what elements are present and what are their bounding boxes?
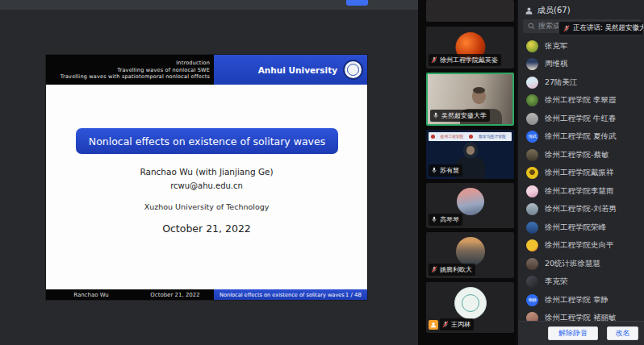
slide-university-banner: Anhui University: [214, 55, 367, 85]
banner-right-text: 数学与统计学院: [479, 134, 506, 139]
nav-line: Travelling waves of nonlocal SWE: [46, 67, 210, 74]
video-filmstrip: 徐州工程学院戴英姿 吴然超安徽大学 徐州工程学院 数学与统计学院: [418, 0, 516, 345]
video-tile[interactable]: 徐州工程学院 数学与统计学院 苏有慧: [426, 130, 514, 179]
speaking-toast-text: 正在讲话: 吴然超安徽大学:: [573, 23, 644, 33]
member-row[interactable]: 传武徐州工程学院 夏传武: [518, 128, 644, 147]
member-row[interactable]: 周维棋: [518, 56, 644, 74]
member-row[interactable]: 徐州工程学院-刘若男: [518, 201, 644, 219]
participant-label-row: 王丙林: [429, 318, 474, 330]
members-panel-header: 成员(67): [518, 0, 644, 16]
members-panel-footer: 解除静音 改名: [518, 321, 644, 345]
nav-line: Introduction: [46, 60, 210, 67]
member-name: 徐州工程学院 牛红春: [545, 114, 617, 124]
footer-title: Nonlocal effects on existence of solitar…: [220, 292, 345, 298]
member-row[interactable]: 李克荣: [518, 273, 644, 292]
participant-name-label: 王丙林: [440, 318, 474, 330]
member-row[interactable]: 徐州工程学院李慧雨: [518, 182, 644, 201]
member-name: 徐州工程学院戴振祥: [545, 168, 614, 178]
participant-name-label: 苏有慧: [429, 164, 462, 177]
participant-name: 徐州工程学院戴英姿: [440, 56, 498, 64]
participant-name: 吴然超安徽大学: [441, 111, 487, 120]
member-name: 周维棋: [545, 59, 568, 69]
university-name: Anhui University: [258, 65, 337, 75]
slide-footer: Ranchao Wu October 21, 2022 Nonlocal eff…: [46, 289, 367, 300]
video-tile[interactable]: 王丙林: [426, 282, 514, 333]
member-name: 27陆美江: [545, 77, 578, 88]
host-badge-icon: [429, 320, 438, 330]
participant-avatar: [457, 188, 484, 215]
slide-body: Nonlocal effects on existence of solitar…: [46, 85, 367, 289]
unmute-button[interactable]: 解除静音: [548, 326, 598, 340]
member-row[interactable]: 徐州工程学院-蔡敏: [518, 146, 644, 164]
member-name: 徐州工程学院 李翠霞: [545, 95, 617, 106]
video-tile[interactable]: 姚腾利欧大: [426, 232, 514, 278]
member-row[interactable]: 27陆美江: [518, 73, 644, 92]
member-row[interactable]: 章静徐州工程学院 章静: [518, 291, 644, 310]
meeting-window: Introduction Travelling waves of nonloca…: [0, 0, 644, 345]
screen-share-area: Introduction Travelling waves of nonloca…: [0, 0, 418, 345]
mic-on-icon: [431, 167, 437, 174]
slide-header: Introduction Travelling waves of nonloca…: [46, 55, 367, 85]
nav-line: Travelling waves with spatiotemporal non…: [46, 73, 210, 81]
member-row[interactable]: 徐州工程学院荣峰: [518, 218, 644, 237]
member-avatar: [526, 276, 538, 288]
member-name: 徐州工程学院荣峰: [545, 222, 606, 233]
member-name: 李克荣: [545, 276, 568, 287]
member-avatar: [526, 239, 538, 251]
member-row[interactable]: 徐州工程学院 牛红春: [518, 110, 644, 128]
participant-name-label: 高琴琴: [429, 214, 462, 226]
member-avatar: [526, 77, 538, 89]
member-avatar: [526, 40, 538, 52]
participant-avatar: [456, 237, 485, 266]
member-avatar: [526, 149, 538, 161]
mic-muted-icon: [431, 56, 437, 64]
member-avatar: [526, 203, 538, 215]
member-row[interactable]: 20统计班徐慧慧: [518, 255, 644, 273]
mic-on-icon: [431, 216, 437, 223]
speaker-head: [472, 88, 486, 104]
member-avatar: 传武: [526, 131, 538, 143]
slide-nav-outline: Introduction Travelling waves of nonloca…: [46, 55, 214, 85]
participant-name-label: 吴然超安徽大学: [430, 110, 490, 122]
member-row[interactable]: 张克军: [518, 37, 644, 56]
video-tile-partial[interactable]: [426, 0, 514, 22]
member-avatar: [526, 185, 538, 197]
member-list[interactable]: 张克军 周维棋 27陆美江 徐州工程学院 李翠霞 徐州工程学院 牛红春 传武徐州…: [518, 37, 644, 327]
mic-on-icon: [433, 112, 439, 119]
member-avatar: [526, 113, 538, 125]
member-avatar: [526, 222, 538, 234]
university-logo-icon: [343, 60, 363, 80]
video-tile-active-speaker[interactable]: 吴然超安徽大学: [426, 73, 514, 126]
footer-author: Ranchao Wu: [46, 292, 136, 298]
member-avatar: [526, 258, 538, 270]
slide-author: Ranchao Wu (with Jianjiang Ge): [46, 167, 367, 177]
member-name: 徐州工程学院 章静: [545, 295, 608, 306]
members-panel-title: 成员(67): [537, 5, 571, 16]
member-row[interactable]: 徐州工程学院 李翠霞: [518, 92, 644, 110]
member-avatar: [526, 94, 538, 106]
member-name: 张克军: [545, 41, 568, 52]
participant-name: 苏有慧: [440, 166, 459, 175]
participant-name: 姚腾利欧大: [440, 265, 472, 274]
rename-button[interactable]: 改名: [607, 326, 638, 340]
participant-name: 高琴琴: [440, 215, 459, 224]
member-name: 徐州工程学院李慧雨: [545, 186, 614, 197]
member-name: 徐州工程学院-刘若男: [545, 204, 617, 214]
footer-date: October 21, 2022: [136, 292, 214, 298]
member-name: 20统计班徐慧慧: [545, 259, 600, 269]
video-tile[interactable]: 高琴琴: [426, 183, 514, 228]
member-avatar: [526, 58, 538, 70]
mic-muted-icon: [563, 25, 570, 32]
cropped-toolbar-badge[interactable]: [346, 0, 368, 6]
slide-footer-right: Nonlocal effects on existence of solitar…: [214, 289, 367, 300]
member-avatar: 章静: [526, 294, 538, 306]
member-row[interactable]: 徐州工程学院戴振祥: [518, 164, 644, 183]
member-avatar: [526, 167, 538, 179]
video-tile[interactable]: 徐州工程学院戴英姿: [426, 27, 514, 69]
slide-affiliation: Xuzhou University of Technology: [46, 202, 367, 211]
slide-title-box: Nonlocal effects on existence of solitar…: [76, 128, 338, 154]
mic-muted-icon: [442, 321, 449, 328]
search-icon: [528, 23, 535, 30]
member-row[interactable]: 徐州工程学院史向平: [518, 237, 644, 256]
members-icon: [525, 6, 533, 15]
